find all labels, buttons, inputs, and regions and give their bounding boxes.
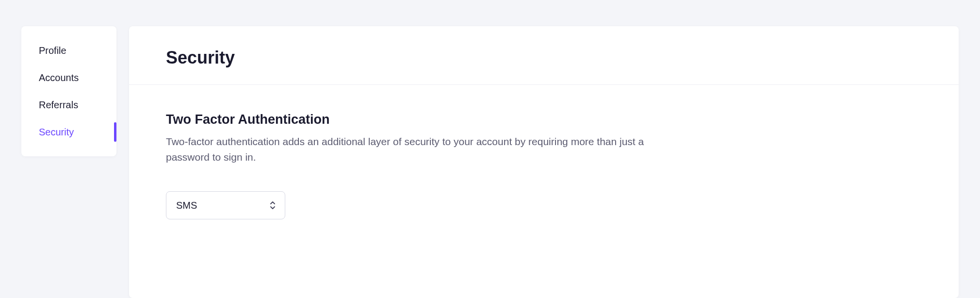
section-title: Two Factor Authentication [166,112,922,127]
main-panel: Security Two Factor Authentication Two-f… [129,26,959,298]
settings-sidebar: Profile Accounts Referrals Security [21,26,116,156]
page-title: Security [166,48,922,68]
sidebar-item-label: Accounts [39,72,79,83]
sidebar-item-referrals[interactable]: Referrals [21,91,116,118]
twofa-method-select-wrap: SMS [166,191,285,219]
page-header: Security [129,26,959,85]
sidebar-item-security[interactable]: Security [21,118,116,146]
sidebar-item-label: Referrals [39,99,78,110]
twofa-method-selected-label: SMS [176,200,197,211]
sidebar-item-profile[interactable]: Profile [21,37,116,64]
twofa-method-select[interactable]: SMS [166,191,285,219]
two-factor-section: Two Factor Authentication Two-factor aut… [129,85,959,239]
sidebar-item-label: Profile [39,45,66,56]
sidebar-item-label: Security [39,127,74,137]
settings-layout: Profile Accounts Referrals Security Secu… [0,0,980,298]
sidebar-item-accounts[interactable]: Accounts [21,64,116,91]
section-description: Two-factor authentication adds an additi… [166,134,670,165]
